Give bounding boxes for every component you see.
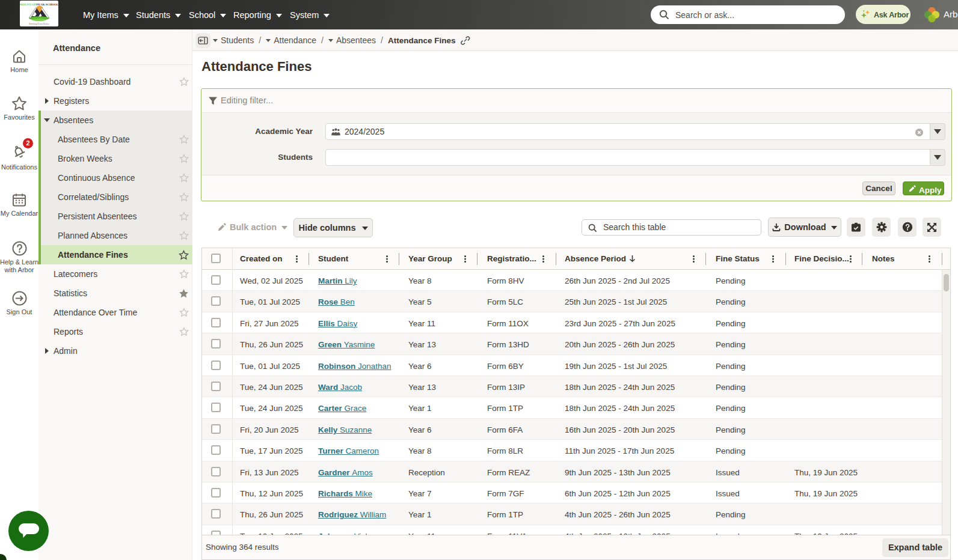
svg-text:Driving Excellence: Driving Excellence <box>29 22 49 25</box>
svg-text:MOUNTAINPEAK SCHOOL: MOUNTAINPEAK SCHOOL <box>20 3 58 6</box>
